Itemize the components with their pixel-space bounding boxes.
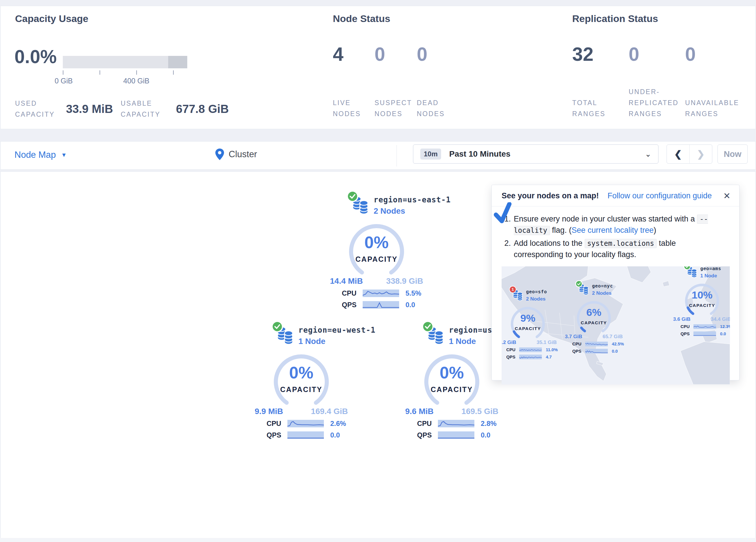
capacity-caption: CAPACITY <box>419 385 485 394</box>
qps-sparkline <box>693 331 716 336</box>
cpu-label: CPU <box>506 347 517 352</box>
used-capacity: 3.2 GiB <box>502 339 516 345</box>
cpu-value: 11.0% <box>546 347 558 352</box>
capacity-percent: 9% <box>507 312 548 324</box>
qps-sparkline <box>363 301 399 309</box>
cpu-value: 5.5% <box>405 289 421 297</box>
capacity-gauge: 6% CAPACITY <box>573 298 614 334</box>
capacity-caption: CAPACITY <box>343 255 410 263</box>
used-capacity: 14.4 MiB <box>330 277 363 286</box>
total-capacity: 169.5 GiB <box>461 407 498 416</box>
qps-value: 4.7 <box>546 354 552 359</box>
time-step-buttons: ❮ ❯ <box>667 144 712 163</box>
nodes-count-link[interactable]: 1 Node <box>298 337 375 346</box>
used-capacity: 3.7 GiB <box>565 334 582 339</box>
healthy-check-icon <box>683 266 691 270</box>
region-label: region=us-east-1 <box>374 194 451 204</box>
capacity-percent: 0% <box>419 363 485 382</box>
node-status-title: Node Status <box>333 13 390 24</box>
node-group[interactable]: 1 geo=sfo 2 Nodes <box>502 289 559 360</box>
capacity-axis-label-400: 400 GiB <box>123 77 149 85</box>
used-capacity: 3.6 GiB <box>673 316 691 322</box>
node-group[interactable]: region=eu-west-1 1 Node 0% CAPACITY 9.9 … <box>252 325 351 439</box>
cpu-sparkline <box>287 420 324 427</box>
capacity-caption: CAPACITY <box>681 303 723 308</box>
cpu-label: CPU <box>267 420 283 428</box>
capacity-gauge: 0% CAPACITY <box>343 220 410 278</box>
qps-value: 0.0 <box>612 349 618 354</box>
qps-label: QPS <box>506 354 517 359</box>
node-group[interactable]: region=us-west-1 1 Node 0% CAPACITY 9.6 … <box>402 325 502 439</box>
cluster-summary-panel: Capacity Usage 0.0% 0 GiB 400 GiB USED C… <box>0 6 756 129</box>
now-button[interactable]: Now <box>718 144 748 163</box>
region-label: geo=sfo <box>526 289 547 295</box>
healthy-check-icon <box>271 321 283 333</box>
capacity-caption: CAPACITY <box>268 385 335 394</box>
capacity-percent: 0% <box>343 232 410 252</box>
breadcrumb-label: Cluster <box>229 149 257 159</box>
usable-capacity-value: 677.8 GiB <box>176 102 229 115</box>
chevron-down-icon: ▼ <box>61 152 67 158</box>
view-selector-dropdown[interactable]: Node Map ▼ <box>14 150 67 160</box>
locality-tree-link[interactable]: See current locality tree <box>572 226 654 234</box>
live-nodes-count: 4 <box>333 44 371 65</box>
total-capacity: 169.4 GiB <box>311 407 348 416</box>
node-group[interactable]: geo=nyc 2 Nodes 6% CAPACITY 3.7 GiB 65.7… <box>563 283 625 354</box>
qps-value: 0.0 <box>330 431 340 439</box>
nodes-count-link[interactable]: 2 Nodes <box>374 206 451 216</box>
chevron-down-icon: ⌄ <box>645 150 651 159</box>
region-label: region=eu-west-1 <box>298 325 375 335</box>
replication-status-title: Replication Status <box>572 13 658 24</box>
under-replicated-count: 0 <box>629 44 687 65</box>
qps-label: QPS <box>572 349 583 354</box>
node-group[interactable]: region=us-east-1 2 Nodes 0% CAPACITY 14.… <box>327 194 426 309</box>
qps-sparkline <box>519 354 542 359</box>
cpu-sparkline <box>693 324 716 329</box>
capacity-gauge: 10% CAPACITY <box>681 281 723 317</box>
suspect-nodes-label: SUSPECT NODES <box>375 98 414 120</box>
cpu-label: CPU <box>342 289 359 297</box>
qps-sparkline <box>585 349 608 353</box>
nodes-count-link[interactable]: 1 Node <box>700 273 721 279</box>
cpu-sparkline <box>438 420 474 427</box>
suspect-nodes-count: 0 <box>375 44 414 65</box>
used-capacity: 9.9 MiB <box>255 407 283 416</box>
close-icon[interactable]: ✕ <box>723 191 731 201</box>
time-forward-button[interactable]: ❯ <box>690 145 712 163</box>
nodes-count-link[interactable]: 2 Nodes <box>526 296 547 302</box>
cpu-sparkline <box>585 342 608 346</box>
configuration-guide-link[interactable]: Follow our configuration guide <box>608 191 712 200</box>
under-replicated-label: UNDER-REPLICATED RANGES <box>629 87 687 120</box>
healthy-check-icon <box>575 280 583 288</box>
region-label: geo=nyc <box>592 283 613 289</box>
total-capacity: 35.1 GiB <box>537 339 557 345</box>
unavailable-ranges-label: UNAVAILABLE RANGES <box>685 98 743 120</box>
nodes-count-link[interactable]: 2 Nodes <box>592 290 613 296</box>
dead-nodes-label: DEAD NODES <box>417 98 454 120</box>
example-node-map: 1 geo=sfo 2 Nodes <box>502 266 730 385</box>
warning-badge-icon: 1 <box>509 286 516 293</box>
total-ranges-count: 32 <box>572 44 619 65</box>
healthy-check-icon <box>422 321 434 333</box>
total-capacity: 338.9 GiB <box>386 277 423 286</box>
breadcrumb[interactable]: Cluster <box>215 148 257 160</box>
setup-step-2: 2. Add locations to the system.locations… <box>502 238 729 260</box>
system-locations-code: system.locations <box>585 239 657 248</box>
node-map-dashboard: Capacity Usage 0.0% 0 GiB 400 GiB USED C… <box>0 0 756 542</box>
capacity-percent: 0.0% <box>14 46 57 67</box>
qps-value: 0.0 <box>405 301 415 309</box>
total-ranges-label: TOTAL RANGES <box>572 98 619 120</box>
qps-label: QPS <box>680 331 691 336</box>
time-back-button[interactable]: ❮ <box>667 145 690 163</box>
cpu-value: 2.6% <box>330 420 346 428</box>
cpu-value: 12.3% <box>720 324 730 329</box>
cpu-sparkline <box>363 290 399 297</box>
time-range-label: Past 10 Minutes <box>449 149 511 159</box>
capacity-gauge: 9% CAPACITY <box>507 304 548 340</box>
cpu-label: CPU <box>417 420 434 428</box>
capacity-gauge: 0% CAPACITY <box>419 350 485 408</box>
node-group[interactable]: geo=ams 1 Node 10% CAPACITY 3.6 GiB 34.4… <box>671 266 730 337</box>
time-range-selector[interactable]: 10m Past 10 Minutes ⌄ <box>413 144 658 163</box>
capacity-percent: 0% <box>268 363 335 382</box>
step-done-check-icon <box>493 202 514 224</box>
